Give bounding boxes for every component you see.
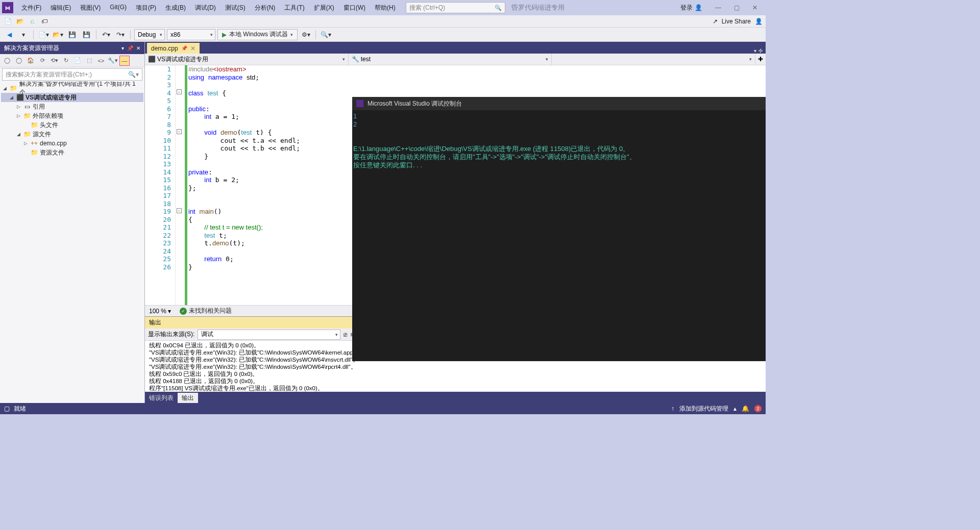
selected-tool-icon[interactable]: — xyxy=(119,56,130,66)
clear-icon[interactable]: ⎚ xyxy=(344,331,347,338)
zoom-dropdown[interactable]: 100 % ▾ xyxy=(149,308,175,315)
debug-console-body: 1 2 E:\1.language\C++\code\缩进\Debug\VS调试… xyxy=(352,110,766,361)
editor-tab-bar: demo.cpp 📌 ✕ ▾ ✣ xyxy=(145,42,766,54)
resources-node[interactable]: 📁 资源文件 xyxy=(1,148,143,157)
menu-item[interactable]: 分析(N) xyxy=(251,2,280,14)
menu-item[interactable]: 生成(B) xyxy=(161,2,190,14)
scope-member-dropdown[interactable] xyxy=(552,54,755,65)
fold-margin: − − − xyxy=(176,65,185,305)
status-bar: ▢ 就绪 ↑ 添加到源代码管理 ▴ 🔔 2 xyxy=(0,403,766,414)
collab-icon[interactable]: 👤 xyxy=(755,18,763,25)
redo-button[interactable]: ↷▾ xyxy=(114,29,127,40)
tab-gear-icon[interactable]: ✣ xyxy=(758,48,763,54)
live-share-icon: ↗ xyxy=(713,18,718,25)
run-debugger-button[interactable]: ▶ 本地 Windows 调试器 ▾ xyxy=(217,29,298,40)
login-button[interactable]: 登录 👤 xyxy=(680,4,702,12)
menu-item[interactable]: 调试(D) xyxy=(191,2,220,14)
debug-console-titlebar: Microsoft Visual Studio 调试控制台 xyxy=(352,97,766,110)
split-icon[interactable]: ✚ xyxy=(755,54,766,65)
save-button[interactable]: 💾 xyxy=(66,29,78,40)
pin-icon[interactable]: 📌 xyxy=(181,45,187,51)
save-all-button[interactable]: 💾 xyxy=(80,29,92,40)
extra-button-2[interactable]: 🔍▾ xyxy=(320,29,332,40)
menu-item[interactable]: 文件(F) xyxy=(17,2,45,14)
live-share-button[interactable]: Live Share xyxy=(722,18,751,25)
check-icon: ✓ xyxy=(180,308,187,315)
add-to-source-control[interactable]: 添加到源代码管理 xyxy=(679,405,728,413)
fold-button[interactable]: − xyxy=(177,129,182,134)
status-ready: 就绪 xyxy=(14,405,26,413)
scope-type-dropdown[interactable]: 🔧test xyxy=(349,54,552,65)
external-deps-node[interactable]: ▷📁 外部依赖项 xyxy=(1,111,143,120)
home-icon[interactable]: 🏠 xyxy=(26,56,36,66)
vs-logo-icon: ⋈ xyxy=(2,2,13,13)
back-icon[interactable]: ◯ xyxy=(2,56,12,66)
output-tab[interactable]: 输出 xyxy=(178,393,198,403)
refresh-icon[interactable]: ⟲▾ xyxy=(49,56,59,66)
collapse-icon[interactable]: ↻ xyxy=(61,56,71,66)
bookmark-icon[interactable]: 🏷 xyxy=(40,17,49,26)
pin-icon[interactable]: 📌 xyxy=(127,45,133,51)
sync-icon[interactable]: ⟳ xyxy=(37,56,47,66)
menu-item[interactable]: 视图(V) xyxy=(76,2,105,14)
close-tab-icon[interactable]: ✕ xyxy=(190,45,195,52)
menu-item[interactable]: 项目(P) xyxy=(132,2,160,14)
close-panel-icon[interactable]: ✕ xyxy=(136,45,140,51)
file-node[interactable]: ▷++ demo.cpp xyxy=(1,139,143,148)
solution-node[interactable]: ◢📁 解决方案"昏罗代码缩进专用"(1 个项目/共 1 个 xyxy=(1,84,143,93)
new-button[interactable]: 📄▾ xyxy=(37,29,50,40)
issues-indicator[interactable]: ✓ 未找到相关问题 xyxy=(180,307,232,315)
close-button[interactable]: ✕ xyxy=(746,2,764,14)
debug-console-window[interactable]: Microsoft Visual Studio 调试控制台 1 2 E:\1.l… xyxy=(352,97,766,361)
headers-node[interactable]: 📁 头文件 xyxy=(1,120,143,130)
error-list-tab[interactable]: 错误列表 xyxy=(145,393,178,403)
tab-dropdown-icon[interactable]: ▾ xyxy=(754,48,756,54)
fold-button[interactable]: − xyxy=(177,89,182,94)
config-dropdown[interactable]: Debug xyxy=(134,29,165,40)
bell-icon[interactable]: 🔔 xyxy=(742,405,749,412)
fwd-icon[interactable]: ◯ xyxy=(14,56,24,66)
open-icon[interactable]: 📂 xyxy=(15,17,24,26)
show-all-icon[interactable]: 📄 xyxy=(72,56,83,66)
chevron-up-icon[interactable]: ▴ xyxy=(733,405,737,412)
play-icon: ▶ xyxy=(222,31,227,38)
add-file-icon[interactable]: 📄 xyxy=(3,17,12,26)
search-input[interactable]: 搜索 (Ctrl+Q) 🔍 xyxy=(406,2,505,13)
wrench-icon[interactable]: 🔧▾ xyxy=(108,56,118,66)
maximize-button[interactable]: ▢ xyxy=(728,2,745,14)
nav-fwd-button[interactable]: ▾ xyxy=(17,29,30,40)
menu-item[interactable]: 扩展(X) xyxy=(310,2,338,14)
properties-icon[interactable]: ⬚ xyxy=(84,56,94,66)
search-icon: 🔍▾ xyxy=(128,71,139,78)
sources-node[interactable]: ◢📁 源文件 xyxy=(1,130,143,139)
main-menu: 文件(F)编辑(E)视图(V)Git(G)项目(P)生成(B)调试(D)测试(S… xyxy=(17,2,400,14)
undo-button[interactable]: ↶▾ xyxy=(100,29,112,40)
line-number-gutter: 1234567891011121314151617181920212223242… xyxy=(145,65,176,305)
scope-project-dropdown[interactable]: ⬛VS调试或缩进专用 xyxy=(145,54,349,65)
menu-item[interactable]: 工具(T) xyxy=(280,2,308,14)
menu-item[interactable]: 窗口(W) xyxy=(339,2,370,14)
menu-item[interactable]: Git(G) xyxy=(106,2,131,14)
title-bar: ⋈ 文件(F)编辑(E)视图(V)Git(G)项目(P)生成(B)调试(D)测试… xyxy=(0,0,766,15)
references-node[interactable]: ▷▭ 引用 xyxy=(1,102,143,111)
editor-tab[interactable]: demo.cpp 📌 ✕ xyxy=(147,43,200,54)
menu-item[interactable]: 测试(S) xyxy=(221,2,250,14)
bottom-tabs: 错误列表 输出 xyxy=(145,392,766,403)
nav-back-button[interactable]: ◀ xyxy=(3,29,15,40)
compare-icon[interactable]: ⎌ xyxy=(28,17,37,26)
menu-item[interactable]: 编辑(E) xyxy=(46,2,75,14)
open-button[interactable]: 📂▾ xyxy=(52,29,64,40)
platform-dropdown[interactable]: x86 xyxy=(167,29,215,40)
view-code-icon[interactable]: <> xyxy=(96,56,106,66)
minimize-button[interactable]: — xyxy=(709,2,727,14)
app-title: 昏罗代码缩进专用 xyxy=(511,3,565,12)
output-source-dropdown[interactable]: 调试 xyxy=(198,330,340,340)
git-icon: ↑ xyxy=(671,405,674,412)
toolbar-main: ◀ ▾ 📄▾ 📂▾ 💾 💾 ↶▾ ↷▾ Debug x86 ▶ 本地 Windo… xyxy=(0,28,766,42)
solution-search-input[interactable]: 搜索解决方案资源管理器(Ctrl+;) 🔍▾ xyxy=(2,68,142,81)
menu-item[interactable]: 帮助(H) xyxy=(371,2,400,14)
solution-explorer: 解决方案资源管理器 ▾ 📌 ✕ ◯ ◯ 🏠 ⟳ ⟲▾ ↻ 📄 ⬚ <> 🔧▾ —… xyxy=(0,42,145,403)
extra-button-1[interactable]: ⚙▾ xyxy=(300,29,312,40)
fold-button[interactable]: − xyxy=(177,208,182,213)
dropdown-icon[interactable]: ▾ xyxy=(121,45,124,51)
